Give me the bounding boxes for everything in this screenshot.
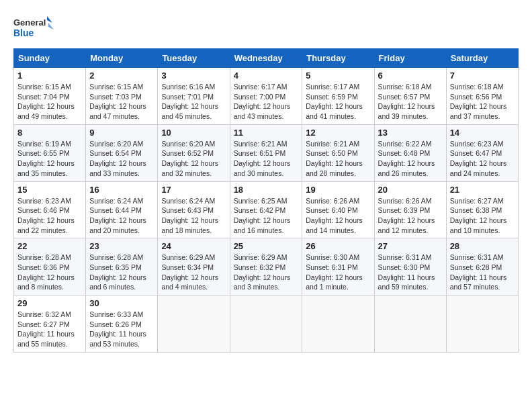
day-number: 26 (306, 241, 370, 251)
day-info: Sunrise: 6:18 AMSunset: 6:57 PMDaylight:… (378, 82, 443, 122)
day-info: Sunrise: 6:31 AMSunset: 6:30 PMDaylight:… (378, 253, 443, 292)
day-number: 10 (161, 128, 226, 138)
logo-svg: General Blue (13, 13, 54, 43)
day-number: 13 (378, 128, 443, 138)
calendar-cell: 26Sunrise: 6:30 AMSunset: 6:31 PMDayligh… (302, 238, 374, 295)
calendar-cell: 8Sunrise: 6:19 AMSunset: 6:55 PMDaylight… (14, 124, 86, 181)
day-number: 18 (234, 185, 299, 195)
day-number: 21 (450, 185, 515, 195)
calendar-cell: 29Sunrise: 6:32 AMSunset: 6:27 PMDayligh… (14, 295, 86, 353)
calendar-cell: 4Sunrise: 6:17 AMSunset: 7:00 PMDaylight… (230, 68, 302, 125)
day-info: Sunrise: 6:32 AMSunset: 6:27 PMDaylight:… (17, 310, 82, 349)
day-number: 17 (161, 185, 226, 195)
day-info: Sunrise: 6:19 AMSunset: 6:55 PMDaylight:… (17, 139, 82, 179)
day-info: Sunrise: 6:21 AMSunset: 6:50 PMDaylight:… (306, 139, 370, 179)
day-number: 2 (89, 71, 154, 81)
day-number: 3 (161, 71, 226, 81)
day-info: Sunrise: 6:26 AMSunset: 6:39 PMDaylight:… (378, 196, 443, 236)
day-info: Sunrise: 6:17 AMSunset: 6:59 PMDaylight:… (306, 82, 370, 122)
calendar-week-row: 1Sunrise: 6:15 AMSunset: 7:04 PMDaylight… (14, 68, 519, 125)
calendar-week-row: 15Sunrise: 6:23 AMSunset: 6:46 PMDayligh… (14, 181, 519, 238)
day-number: 20 (378, 185, 443, 195)
svg-marker-3 (48, 23, 54, 30)
day-number: 15 (17, 185, 82, 195)
day-info: Sunrise: 6:20 AMSunset: 6:52 PMDaylight:… (161, 139, 226, 179)
day-info: Sunrise: 6:17 AMSunset: 7:00 PMDaylight:… (234, 82, 299, 122)
day-number: 30 (89, 298, 154, 308)
weekday-cell: Thursday (302, 49, 374, 68)
day-info: Sunrise: 6:30 AMSunset: 6:31 PMDaylight:… (306, 253, 370, 292)
day-number: 29 (17, 298, 82, 308)
header: General Blue (13, 13, 519, 43)
calendar-cell: 7Sunrise: 6:18 AMSunset: 6:56 PMDaylight… (446, 68, 518, 125)
day-number: 23 (89, 241, 154, 251)
day-info: Sunrise: 6:26 AMSunset: 6:40 PMDaylight:… (306, 196, 370, 236)
day-info: Sunrise: 6:18 AMSunset: 6:56 PMDaylight:… (450, 82, 515, 122)
day-info: Sunrise: 6:27 AMSunset: 6:38 PMDaylight:… (450, 196, 515, 236)
weekday-cell: Tuesday (158, 49, 230, 68)
day-number: 11 (234, 128, 299, 138)
calendar-cell: 12Sunrise: 6:21 AMSunset: 6:50 PMDayligh… (302, 124, 374, 181)
day-number: 12 (306, 128, 370, 138)
day-number: 14 (450, 128, 515, 138)
weekday-cell: Monday (86, 49, 158, 68)
calendar-cell: 16Sunrise: 6:24 AMSunset: 6:44 PMDayligh… (86, 181, 158, 238)
day-number: 19 (306, 185, 370, 195)
day-info: Sunrise: 6:33 AMSunset: 6:26 PMDaylight:… (89, 310, 154, 349)
day-info: Sunrise: 6:21 AMSunset: 6:51 PMDaylight:… (234, 139, 299, 179)
weekday-cell: Wednesday (230, 49, 302, 68)
day-number: 25 (234, 241, 299, 251)
calendar-cell: 18Sunrise: 6:25 AMSunset: 6:42 PMDayligh… (230, 181, 302, 238)
weekday-cell: Friday (374, 49, 446, 68)
day-info: Sunrise: 6:29 AMSunset: 6:34 PMDaylight:… (161, 253, 226, 292)
calendar-cell: 15Sunrise: 6:23 AMSunset: 6:46 PMDayligh… (14, 181, 86, 238)
day-info: Sunrise: 6:24 AMSunset: 6:44 PMDaylight:… (89, 196, 154, 236)
day-number: 8 (17, 128, 82, 138)
day-info: Sunrise: 6:29 AMSunset: 6:32 PMDaylight:… (234, 253, 299, 292)
calendar-cell (230, 295, 302, 353)
svg-text:General: General (13, 17, 46, 28)
calendar-cell: 19Sunrise: 6:26 AMSunset: 6:40 PMDayligh… (302, 181, 374, 238)
day-number: 7 (450, 71, 515, 81)
calendar-cell: 20Sunrise: 6:26 AMSunset: 6:39 PMDayligh… (374, 181, 446, 238)
weekday-cell: Saturday (446, 49, 518, 68)
calendar-cell: 24Sunrise: 6:29 AMSunset: 6:34 PMDayligh… (158, 238, 230, 295)
day-number: 16 (89, 185, 154, 195)
calendar-cell: 1Sunrise: 6:15 AMSunset: 7:04 PMDaylight… (14, 68, 86, 125)
calendar-week-row: 8Sunrise: 6:19 AMSunset: 6:55 PMDaylight… (14, 124, 519, 181)
logo: General Blue (13, 13, 54, 43)
day-number: 24 (161, 241, 226, 251)
calendar-cell: 27Sunrise: 6:31 AMSunset: 6:30 PMDayligh… (374, 238, 446, 295)
calendar-week-row: 29Sunrise: 6:32 AMSunset: 6:27 PMDayligh… (14, 295, 519, 353)
calendar-cell (302, 295, 374, 353)
weekday-cell: Sunday (14, 49, 86, 68)
calendar-cell (446, 295, 518, 353)
day-info: Sunrise: 6:25 AMSunset: 6:42 PMDaylight:… (234, 196, 299, 236)
calendar-cell (374, 295, 446, 353)
day-info: Sunrise: 6:23 AMSunset: 6:47 PMDaylight:… (450, 139, 515, 179)
calendar-cell: 11Sunrise: 6:21 AMSunset: 6:51 PMDayligh… (230, 124, 302, 181)
calendar-cell: 10Sunrise: 6:20 AMSunset: 6:52 PMDayligh… (158, 124, 230, 181)
day-number: 6 (378, 71, 443, 81)
calendar-cell: 13Sunrise: 6:22 AMSunset: 6:48 PMDayligh… (374, 124, 446, 181)
day-number: 1 (17, 71, 82, 81)
day-info: Sunrise: 6:28 AMSunset: 6:35 PMDaylight:… (89, 253, 154, 292)
day-number: 9 (89, 128, 154, 138)
svg-marker-2 (47, 16, 52, 23)
day-info: Sunrise: 6:15 AMSunset: 7:03 PMDaylight:… (89, 82, 154, 122)
calendar-cell: 3Sunrise: 6:16 AMSunset: 7:01 PMDaylight… (158, 68, 230, 125)
day-number: 22 (17, 241, 82, 251)
calendar-cell: 5Sunrise: 6:17 AMSunset: 6:59 PMDaylight… (302, 68, 374, 125)
day-number: 28 (450, 241, 515, 251)
day-number: 4 (234, 71, 299, 81)
day-number: 27 (378, 241, 443, 251)
day-info: Sunrise: 6:20 AMSunset: 6:54 PMDaylight:… (89, 139, 154, 179)
day-info: Sunrise: 6:22 AMSunset: 6:48 PMDaylight:… (378, 139, 443, 179)
calendar-cell: 21Sunrise: 6:27 AMSunset: 6:38 PMDayligh… (446, 181, 518, 238)
calendar-cell: 9Sunrise: 6:20 AMSunset: 6:54 PMDaylight… (86, 124, 158, 181)
weekday-header: SundayMondayTuesdayWednesdayThursdayFrid… (14, 49, 519, 68)
day-info: Sunrise: 6:15 AMSunset: 7:04 PMDaylight:… (17, 82, 82, 122)
calendar-cell (158, 295, 230, 353)
calendar-cell: 25Sunrise: 6:29 AMSunset: 6:32 PMDayligh… (230, 238, 302, 295)
day-info: Sunrise: 6:28 AMSunset: 6:36 PMDaylight:… (17, 253, 82, 292)
